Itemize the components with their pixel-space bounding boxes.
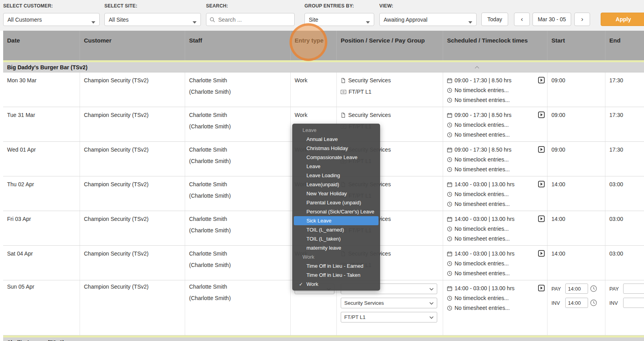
apply-button[interactable]: Apply xyxy=(601,13,644,26)
staff-subname: (Charlotte Smith) xyxy=(189,89,231,95)
cell-staff: Charlotte Smith (Charlotte Smith) xyxy=(185,142,291,176)
customer-text: Champion Security (TSv2) xyxy=(84,146,148,153)
menu-item[interactable]: ✓Parental Leave (unpaid) xyxy=(294,198,379,207)
calendar-icon xyxy=(447,113,452,118)
end-time-text: 03:00 xyxy=(609,181,623,187)
timepicker-clock-icon[interactable] xyxy=(590,299,597,306)
menu-item[interactable]: ✓Time Off in Lieu - Earned xyxy=(294,261,379,271)
table-row: Mon 30 Mar Champion Security (TSv2) Char… xyxy=(3,72,644,107)
menu-item[interactable]: ✓Personal (Sick/Carer's) Leave xyxy=(294,207,379,216)
chevron-down-icon xyxy=(429,300,434,306)
timeclock-text: No timeclock entries... xyxy=(455,122,509,128)
date-text: Wed 01 Apr xyxy=(7,146,36,153)
staff-name: Charlotte Smith xyxy=(189,146,227,153)
group-row[interactable]: Shellie Avenue (TSv2) xyxy=(3,337,644,341)
view-dropdown[interactable]: Awaiting Approval xyxy=(379,13,477,26)
site-dropdown[interactable]: All Sites xyxy=(104,13,201,26)
select-customer-field: SELECT CUSTOMER: All Customers xyxy=(3,3,100,9)
menu-item-label: Sick Leave xyxy=(306,218,332,224)
group-row-label: Shellie Avenue (TSv2) xyxy=(7,339,64,341)
cell-customer: Champion Security (TSv2) xyxy=(80,246,185,280)
customer-dropdown-value: All Customers xyxy=(7,17,42,23)
select-site-field: SELECT SITE: All Sites xyxy=(104,3,201,9)
group-by-label: GROUP ENTRIES BY: xyxy=(304,3,374,9)
pay-label: PAY xyxy=(551,286,563,292)
menu-item[interactable]: ✓New Year Holiday xyxy=(294,189,379,198)
staff-subname: (Charlotte Smith) xyxy=(189,123,231,130)
group-row[interactable]: Big Daddy's Burger Bar (TSv2) xyxy=(3,62,644,72)
play-details-icon[interactable] xyxy=(538,250,545,257)
play-details-icon[interactable] xyxy=(538,77,545,83)
menu-item[interactable]: ✓Annual Leave xyxy=(294,135,379,144)
pay-group-text: FT/PT L1 xyxy=(349,89,371,95)
chevron-down-icon xyxy=(91,19,95,25)
timeclock-text: No timeclock entries... xyxy=(455,295,509,301)
menu-item[interactable]: ✓Leave Loading xyxy=(294,171,379,180)
clock-icon xyxy=(447,226,452,232)
menu-item[interactable]: ✓Leave(unpaid) xyxy=(294,180,379,189)
clock-icon xyxy=(447,236,452,241)
date-range-button[interactable]: Mar 30 - 05 xyxy=(533,13,571,26)
prev-week-button[interactable]: ‹ xyxy=(514,13,530,26)
cell-staff: Charlotte Smith (Charlotte Smith) xyxy=(185,107,291,141)
play-details-icon[interactable] xyxy=(538,181,545,187)
next-week-button[interactable]: › xyxy=(574,13,590,26)
collapse-group-icon[interactable] xyxy=(475,66,479,69)
timesheet-text: No timesheet entries... xyxy=(455,166,510,172)
pay-group-select[interactable]: FT/PT L1 xyxy=(341,312,437,322)
column-header-position: Position / Service / Pay Group xyxy=(337,31,443,60)
menu-item-label: Leave xyxy=(306,163,320,169)
entry-type-menu: Leave✓Annual Leave✓Christmas Holiday✓Com… xyxy=(292,124,380,291)
cell-start: 14:00 xyxy=(547,211,605,245)
service-select[interactable]: Security Services xyxy=(341,298,437,308)
menu-item[interactable]: ✓Time Off in Lieu - Taken xyxy=(294,271,379,280)
cell-date: Fri 03 Apr xyxy=(3,211,80,245)
column-header-customer: Customer xyxy=(80,31,185,60)
play-details-icon[interactable] xyxy=(538,111,545,118)
menu-item[interactable]: ✓Leave xyxy=(294,162,379,171)
play-details-icon[interactable] xyxy=(538,215,545,222)
start-time-text: 09:00 xyxy=(551,77,565,83)
menu-item[interactable]: ✓Work xyxy=(294,280,379,289)
pay-start-input[interactable] xyxy=(565,284,588,294)
chevron-down-icon xyxy=(193,19,197,25)
scheduled-text: 14:00 - 03:00 | 13.00 hrs xyxy=(455,250,514,257)
timeclock-text: No timeclock entries... xyxy=(455,87,509,93)
cell-customer: Champion Security (TSv2) xyxy=(80,72,185,107)
entry-type-text: Work xyxy=(295,77,307,83)
pay-end-input[interactable] xyxy=(623,284,644,294)
cell-start: 14:00 xyxy=(547,176,605,211)
clock-icon xyxy=(447,192,452,197)
end-time-text: 17:30 xyxy=(609,146,623,153)
group-by-dropdown[interactable]: Site xyxy=(304,13,374,26)
menu-item[interactable]: ✓Compassionate Leave xyxy=(294,153,379,162)
column-header-start: Start xyxy=(547,31,605,60)
date-text: Sat 04 Apr xyxy=(7,250,33,257)
play-details-icon[interactable] xyxy=(538,285,545,291)
menu-item[interactable]: ✓TOIL (L_taken) xyxy=(294,234,379,243)
calendar-icon xyxy=(447,286,452,291)
timepicker-clock-icon[interactable] xyxy=(590,285,597,292)
timesheet-text: No timesheet entries... xyxy=(455,97,510,103)
menu-item[interactable]: ✓Christmas Holiday xyxy=(294,144,379,153)
inv-start-input[interactable] xyxy=(565,298,588,308)
end-time-text: 03:00 xyxy=(609,216,623,222)
today-button[interactable]: Today xyxy=(481,13,508,26)
play-details-icon[interactable] xyxy=(538,146,545,153)
scheduled-text: 09:00 - 17:30 | 8.50 hrs xyxy=(455,112,512,118)
menu-item[interactable]: ✓Sick Leave xyxy=(294,216,379,225)
cell-scheduled: 09:00 - 17:30 | 8.50 hrs No timeclock en… xyxy=(443,107,547,141)
start-time-text: 09:00 xyxy=(551,146,565,153)
cell-staff: Charlotte Smith (Charlotte Smith) xyxy=(185,72,291,107)
menu-item[interactable]: ✓maternity leave xyxy=(294,243,379,252)
search-input[interactable] xyxy=(206,13,295,26)
pay-label: PAY xyxy=(609,286,621,292)
clock-icon xyxy=(447,122,452,128)
cell-scheduled: 14:00 - 03:00 | 13.00 hrs No timeclock e… xyxy=(443,280,547,335)
start-time-text: 14:00 xyxy=(551,216,565,222)
inv-end-input[interactable] xyxy=(623,298,644,308)
menu-item[interactable]: ✓TOIL (L_earned) xyxy=(294,225,379,234)
customer-dropdown[interactable]: All Customers xyxy=(3,13,100,26)
start-time-text: 14:00 xyxy=(551,250,565,257)
cell-position: Security Services FT/PT L1 xyxy=(337,72,443,107)
